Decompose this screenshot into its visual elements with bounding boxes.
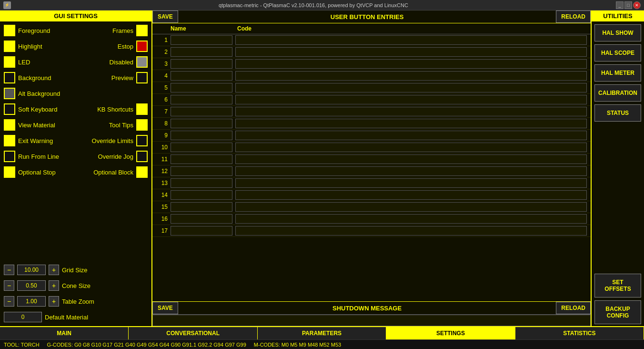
optional-block-color-btn[interactable] xyxy=(136,166,148,178)
row-name-input[interactable] xyxy=(171,59,232,69)
user-row: 9 xyxy=(152,130,591,142)
row-num: 10 xyxy=(156,144,168,151)
row-name-input[interactable] xyxy=(171,47,232,57)
row-name-input[interactable] xyxy=(171,190,232,200)
hal-scope-button[interactable]: HAL SCOPE xyxy=(594,44,641,62)
backup-config-button[interactable]: BACKUPCONFIG xyxy=(594,300,641,324)
tab-main[interactable]: MAIN xyxy=(0,327,129,339)
highlight-color-btn[interactable] xyxy=(4,41,15,52)
user-row: 1 xyxy=(152,34,591,46)
row-name-input[interactable] xyxy=(171,83,232,92)
grid-size-label: Grid Size xyxy=(62,267,87,274)
row-name-input[interactable] xyxy=(171,35,232,45)
led-color-btn[interactable] xyxy=(4,56,15,68)
row-code-input[interactable] xyxy=(235,214,587,224)
restore-button[interactable]: □ xyxy=(624,1,632,9)
override-limits-color-btn[interactable] xyxy=(136,135,148,146)
settings-rows: Foreground Frames Highlight Estop xyxy=(0,21,151,326)
minimize-button[interactable]: _ xyxy=(616,1,624,9)
row-num: 16 xyxy=(156,216,168,222)
exit-warning-color-btn[interactable] xyxy=(4,135,15,146)
row-num: 8 xyxy=(156,120,168,127)
hal-meter-button[interactable]: HAL METER xyxy=(594,64,641,82)
frames-color-btn[interactable] xyxy=(136,25,148,36)
row-name-input[interactable] xyxy=(171,71,232,81)
user-save-button[interactable]: SAVE xyxy=(152,10,178,23)
calibration-button[interactable]: CALIBRATION xyxy=(594,84,641,102)
row-code-input[interactable] xyxy=(235,35,587,45)
disabled-color-btn[interactable] xyxy=(136,56,148,68)
row-name-input[interactable] xyxy=(171,95,232,104)
hal-show-button[interactable]: HAL SHOW xyxy=(594,24,641,41)
foreground-color-btn[interactable] xyxy=(4,25,15,36)
optional-stop-label: Optional Stop xyxy=(18,169,56,176)
row-code-input[interactable] xyxy=(235,59,587,69)
override-jog-color-btn[interactable] xyxy=(136,151,148,162)
set-offsets-button[interactable]: SETOFFSETS xyxy=(594,274,641,298)
row-code-input[interactable] xyxy=(235,71,587,81)
row-code-input[interactable] xyxy=(235,190,587,200)
row-code-input[interactable] xyxy=(235,119,587,128)
row-name-input[interactable] xyxy=(171,154,232,164)
row-name-input[interactable] xyxy=(171,131,232,140)
view-material-color-btn[interactable] xyxy=(4,119,15,131)
row-code-input[interactable] xyxy=(235,131,587,140)
setting-row-exit-warning: Exit Warning Override Limits xyxy=(2,133,150,148)
row-name-input[interactable] xyxy=(171,166,232,176)
user-row: 3 xyxy=(152,58,591,70)
row-code-input[interactable] xyxy=(235,143,587,152)
user-row: 11 xyxy=(152,154,591,165)
alt-background-color-btn[interactable] xyxy=(4,88,15,99)
shutdown-save-button[interactable]: SAVE xyxy=(152,302,178,314)
run-from-line-color-btn[interactable] xyxy=(4,151,15,162)
background-color-btn[interactable] xyxy=(4,72,15,83)
row-name-input[interactable] xyxy=(171,119,232,128)
row-code-input[interactable] xyxy=(235,166,587,176)
row-code-input[interactable] xyxy=(235,178,587,188)
grid-size-minus[interactable]: − xyxy=(4,265,14,275)
table-zoom-plus[interactable]: + xyxy=(49,296,59,307)
row-code-input[interactable] xyxy=(235,202,587,212)
user-row: 5 xyxy=(152,82,591,94)
optional-stop-color-btn[interactable] xyxy=(4,166,15,178)
row-code-input[interactable] xyxy=(235,154,587,164)
grid-size-plus[interactable]: + xyxy=(49,265,59,275)
tab-statistics[interactable]: STATISTICS xyxy=(515,327,644,339)
shutdown-message-input[interactable] xyxy=(152,315,591,326)
tab-settings[interactable]: SETTINGS xyxy=(386,327,515,339)
kb-shortcuts-color-btn[interactable] xyxy=(136,103,148,115)
tool-tips-color-btn[interactable] xyxy=(136,119,148,131)
row-name-input[interactable] xyxy=(171,178,232,188)
user-reload-button[interactable]: RELOAD xyxy=(556,10,591,23)
table-zoom-minus[interactable]: − xyxy=(4,296,14,307)
row-name-input[interactable] xyxy=(171,214,232,224)
optional-block-label: Optional Block xyxy=(93,169,133,176)
row-num: 1 xyxy=(156,37,168,43)
cone-size-plus[interactable]: + xyxy=(49,280,59,291)
default-material-input[interactable] xyxy=(4,312,42,322)
close-button[interactable]: ✕ xyxy=(633,1,641,9)
row-code-input[interactable] xyxy=(235,83,587,92)
row-name-input[interactable] xyxy=(171,107,232,116)
cone-size-input[interactable] xyxy=(17,280,46,291)
table-zoom-input[interactable] xyxy=(17,296,46,307)
status-button[interactable]: STATUS xyxy=(594,104,641,122)
shutdown-reload-button[interactable]: RELOAD xyxy=(556,302,591,314)
status-tool: TOOL: TORCH xyxy=(4,342,40,348)
preview-color-btn[interactable] xyxy=(136,72,148,83)
tab-parameters[interactable]: PARAMETERS xyxy=(258,327,386,339)
grid-size-input[interactable] xyxy=(17,265,46,275)
row-name-input[interactable] xyxy=(171,143,232,152)
row-code-input[interactable] xyxy=(235,226,587,236)
row-code-input[interactable] xyxy=(235,47,587,57)
setting-row-background: Background Preview xyxy=(2,71,150,85)
estop-color-btn[interactable] xyxy=(136,41,148,52)
soft-keyboard-color-btn[interactable] xyxy=(4,103,15,115)
cone-size-minus[interactable]: − xyxy=(4,280,14,291)
tab-conversational[interactable]: CONVERSATIONAL xyxy=(129,327,257,339)
row-name-input[interactable] xyxy=(171,202,232,212)
row-code-input[interactable] xyxy=(235,95,587,104)
row-code-input[interactable] xyxy=(235,107,587,116)
default-material-row: Default Material xyxy=(2,310,150,324)
row-name-input[interactable] xyxy=(171,226,232,236)
